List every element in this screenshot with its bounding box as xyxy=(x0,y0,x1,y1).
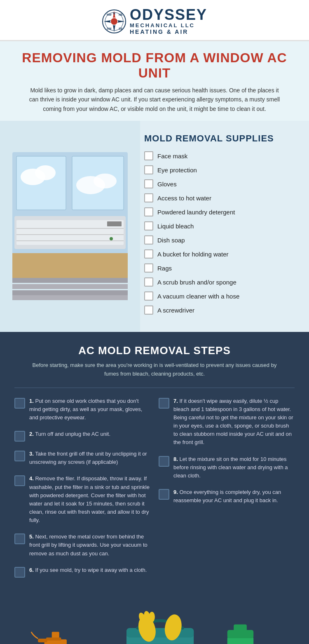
supply-label: Dish soap xyxy=(157,237,185,244)
supply-item: Rags xyxy=(144,263,301,273)
supplies-list: Face mask Eye protection Gloves Access t… xyxy=(144,151,301,315)
step-number: 1. xyxy=(29,398,34,404)
supply-item: A scrub brush and/or sponge xyxy=(144,277,301,287)
supply-checkbox[interactable] xyxy=(144,306,153,315)
supplies-section: MOLD REMOVAL SUPPLIES Face mask Eye prot… xyxy=(0,121,309,332)
step-number: 5. xyxy=(29,534,34,540)
step-checkbox[interactable] xyxy=(14,475,25,486)
supply-checkbox[interactable] xyxy=(144,151,153,160)
supply-label: Face mask xyxy=(157,153,187,160)
svg-rect-27 xyxy=(12,278,128,283)
step-number: 4. xyxy=(29,475,34,482)
cleaning-svg xyxy=(14,598,295,644)
step-number: 6. xyxy=(29,567,34,573)
supply-item: Face mask xyxy=(144,151,301,160)
svg-rect-26 xyxy=(12,253,128,278)
svg-rect-30 xyxy=(12,295,128,300)
supply-item: Dish soap xyxy=(144,235,301,244)
step-item: 1. Put on some old work clothes that you… xyxy=(14,397,150,422)
svg-rect-51 xyxy=(234,624,247,632)
svg-rect-35 xyxy=(46,637,61,640)
step-item: 4. Remove the filer. If disposable, thro… xyxy=(14,475,150,524)
svg-point-2 xyxy=(111,18,117,25)
supply-item: A vacuum cleaner with a hose xyxy=(144,291,301,301)
step-item: 3. Take the front grill off the unit by … xyxy=(14,450,150,466)
svg-rect-28 xyxy=(12,284,128,289)
supply-item: Gloves xyxy=(144,179,301,188)
logo-heating: HEATING & AIR xyxy=(130,28,207,35)
ac-unit-image xyxy=(0,121,140,332)
step-checkbox[interactable] xyxy=(14,451,25,461)
supply-checkbox[interactable] xyxy=(144,249,153,259)
supply-label: Eye protection xyxy=(157,167,197,174)
svg-rect-39 xyxy=(126,628,194,637)
step-text: 3. Take the front grill off the unit by … xyxy=(29,450,150,466)
steps-left-column: 1. Put on some old work clothes that you… xyxy=(14,397,150,586)
step-item: 6. If you see mold, try to wipe it away … xyxy=(14,566,150,578)
step-number: 7. xyxy=(173,398,178,404)
supply-label: Powdered laundry detergent xyxy=(157,209,235,216)
step-text: 5. Next, remove the metal cover from beh… xyxy=(29,533,150,557)
supply-label: A screwdriver xyxy=(157,307,194,314)
supply-checkbox[interactable] xyxy=(144,193,153,202)
step-checkbox[interactable] xyxy=(159,398,169,409)
supply-checkbox[interactable] xyxy=(144,235,153,244)
steps-divider xyxy=(14,388,295,388)
steps-right-column: 7. If it doesn't wipe away easily, dilut… xyxy=(159,397,295,586)
step-item: 7. If it doesn't wipe away easily, dilut… xyxy=(159,397,295,447)
step-checkbox[interactable] xyxy=(14,567,25,578)
steps-section: AC MOLD REMOVAL STEPS Before starting, m… xyxy=(0,332,309,594)
supply-label: A vacuum cleaner with a hose xyxy=(157,293,239,300)
supply-item: Liquid bleach xyxy=(144,221,301,230)
supply-item: A bucket for holding water xyxy=(144,249,301,259)
supply-checkbox[interactable] xyxy=(144,179,153,188)
heating-text: HEATING xyxy=(130,28,164,35)
step-item: 9. Once everything is completely dry, yo… xyxy=(159,488,295,505)
svg-marker-5 xyxy=(103,20,111,23)
supplies-title: MOLD REMOVAL SUPPLIES xyxy=(144,133,301,144)
step-number: 2. xyxy=(29,431,34,437)
svg-text:N: N xyxy=(113,12,115,15)
step-checkbox[interactable] xyxy=(159,456,169,467)
supply-label: Rags xyxy=(157,265,172,272)
logo-odyssey: ODYSSEY xyxy=(130,7,207,22)
step-text: 6. If you see mold, try to wipe it away … xyxy=(29,566,147,574)
supply-checkbox[interactable] xyxy=(144,207,153,216)
svg-text:SE: SE xyxy=(119,27,123,30)
svg-point-18 xyxy=(94,174,117,188)
step-number: 9. xyxy=(173,489,178,495)
step-text: 1. Put on some old work clothes that you… xyxy=(29,397,150,422)
main-title: REMOVING MOLD FROM A WINDOW AC UNIT xyxy=(16,50,293,81)
svg-marker-4 xyxy=(113,25,115,32)
steps-grid: 1. Put on some old work clothes that you… xyxy=(14,397,295,586)
logo-text-block: ODYSSEY MECHANICAL LLC HEATING & AIR xyxy=(130,7,207,35)
steps-title: AC MOLD REMOVAL STEPS xyxy=(14,344,295,357)
supplies-list-container: MOLD REMOVAL SUPPLIES Face mask Eye prot… xyxy=(140,121,309,332)
supply-checkbox[interactable] xyxy=(144,291,153,301)
header: NW NE SW SE N ODYSSEY MECHANICAL LLC HEA… xyxy=(0,0,309,41)
air-text: AIR xyxy=(175,28,188,35)
step-number: 8. xyxy=(173,456,178,462)
supply-label: A scrub brush and/or sponge xyxy=(157,279,236,286)
supply-checkbox[interactable] xyxy=(144,165,153,174)
supply-checkbox[interactable] xyxy=(144,221,153,230)
supply-item: Eye protection xyxy=(144,165,301,174)
step-checkbox[interactable] xyxy=(14,534,25,544)
step-checkbox[interactable] xyxy=(14,398,25,409)
step-text: 4. Remove the filer. If disposable, thro… xyxy=(29,475,150,524)
step-item: 5. Next, remove the metal cover from beh… xyxy=(14,533,150,557)
supply-item: Access to hot water xyxy=(144,193,301,202)
svg-text:NW: NW xyxy=(107,13,112,16)
supply-item: Powdered laundry detergent xyxy=(144,207,301,216)
supply-label: Gloves xyxy=(157,181,177,188)
supply-label: Liquid bleach xyxy=(157,223,194,230)
supply-checkbox[interactable] xyxy=(144,263,153,273)
step-checkbox[interactable] xyxy=(159,489,169,500)
step-text: 8. Let the mixture sit on the mold for 1… xyxy=(173,455,295,480)
supply-label: Access to hot water xyxy=(157,195,211,202)
step-checkbox[interactable] xyxy=(14,431,25,442)
supply-checkbox[interactable] xyxy=(144,277,153,287)
svg-point-16 xyxy=(35,165,56,180)
supply-label: A bucket for holding water xyxy=(157,251,229,258)
logo-container: NW NE SW SE N ODYSSEY MECHANICAL LLC HEA… xyxy=(8,7,301,35)
